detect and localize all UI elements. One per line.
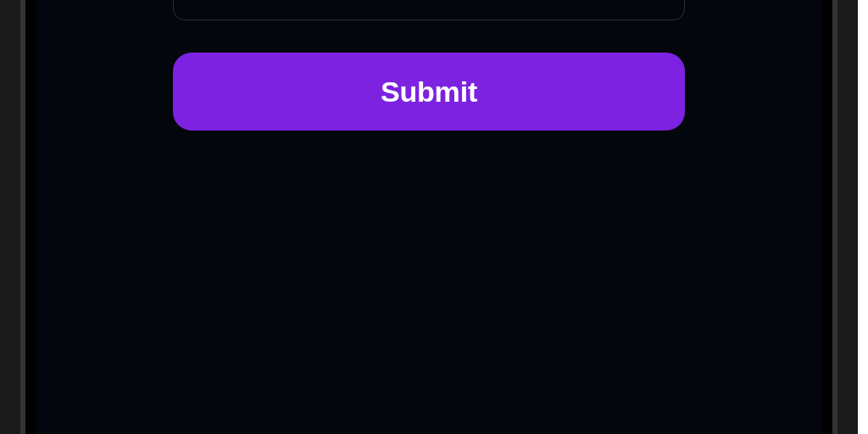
device-frame: Submit bbox=[0, 0, 858, 434]
submit-button[interactable]: Submit bbox=[173, 53, 685, 131]
text-input[interactable] bbox=[173, 0, 685, 20]
app-screen: Submit bbox=[36, 0, 822, 434]
submit-button-label: Submit bbox=[381, 75, 477, 108]
page-background-edge bbox=[858, 0, 868, 434]
